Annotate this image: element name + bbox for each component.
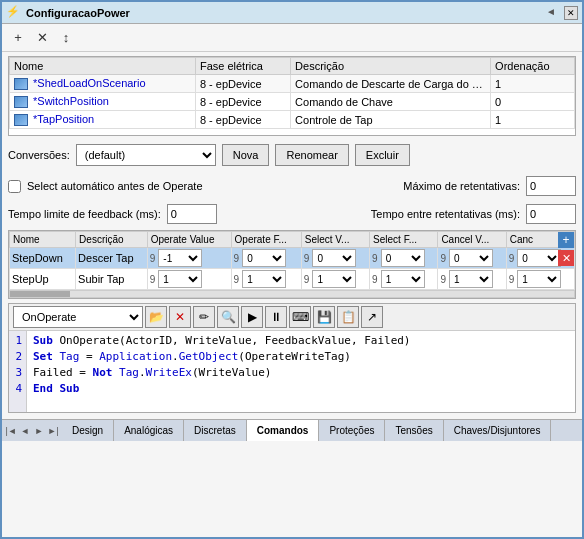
renomear-button[interactable]: Renomear — [275, 144, 348, 166]
main-table: Nome Fase elétrica Descrição Ordenação *… — [9, 57, 575, 129]
tab-list: DesignAnalógicasDiscretasComandosProteçõ… — [62, 420, 551, 441]
main-table-section: Nome Fase elétrica Descrição Ordenação *… — [8, 56, 576, 136]
tab-anal-gicas[interactable]: Analógicas — [114, 420, 184, 441]
operate-col-header: Descrição — [76, 232, 148, 248]
tab-prote--es[interactable]: Proteções — [319, 420, 385, 441]
cell-ordenacao: 1 — [491, 75, 575, 93]
tab-design[interactable]: Design — [62, 420, 114, 441]
tab-tens-es[interactable]: Tensões — [385, 420, 443, 441]
select-auto-label: Select automático antes de Operate — [27, 180, 203, 192]
code-event-select[interactable]: OnOperate — [13, 306, 143, 328]
cell-select-canc[interactable]: 0 — [517, 249, 561, 267]
operate-scrollbar[interactable] — [9, 290, 575, 298]
nav-first[interactable]: |◄ — [4, 424, 18, 438]
operate-table-row[interactable]: StepDownDescer Tap9 -19 09 09 09 09 0 — [10, 248, 575, 269]
select-auto-checkbox[interactable] — [8, 180, 21, 193]
title-bar: ⚡ ConfiguracaoPower ◄ ✕ — [2, 2, 582, 24]
cell-nome: StepDown — [10, 248, 76, 269]
cell-select-canc[interactable]: 1 — [517, 270, 561, 288]
line-number: 4 — [13, 381, 22, 397]
table-row[interactable]: *SwitchPosition 8 - epDevice Comando de … — [10, 93, 575, 111]
cell-nome: *TapPosition — [10, 111, 196, 129]
operate-table-row[interactable]: StepUpSubir Tap9 19 19 19 19 19 1 — [10, 269, 575, 290]
table-row[interactable]: *TapPosition 8 - epDevice Controle de Ta… — [10, 111, 575, 129]
code-more-btn[interactable]: 📋 — [337, 306, 359, 328]
code-find-btn[interactable]: 🔍 — [217, 306, 239, 328]
title-buttons: ◄ ✕ — [540, 6, 578, 20]
cell-select-operate-f[interactable]: 0 — [242, 249, 286, 267]
code-open-btn[interactable]: 📂 — [145, 306, 167, 328]
maximo-label: Máximo de retentativas: — [403, 180, 520, 192]
code-section: OnOperate 📂 ✕ ✏ 🔍 ▶ ⏸ ⌨ 💾 📋 ↗ 1234 Sub O… — [8, 303, 576, 413]
tempo-feedback-input[interactable] — [167, 204, 217, 224]
operate-col-header: Operate Value — [147, 232, 231, 248]
code-edit-btn[interactable]: ✏ — [193, 306, 215, 328]
cell-operate-value: 9 1 — [147, 269, 231, 290]
maximo-input[interactable] — [526, 176, 576, 196]
excluir-button[interactable]: Excluir — [355, 144, 410, 166]
main-toolbar: + ✕ ↕ — [2, 24, 582, 52]
tab-discretas[interactable]: Discretas — [184, 420, 247, 441]
select-auto-group: Select automático antes de Operate — [8, 180, 203, 193]
cell-select-operate-value[interactable]: 1 — [158, 270, 202, 288]
code-export-btn[interactable]: ↗ — [361, 306, 383, 328]
code-delete-btn[interactable]: ✕ — [169, 306, 191, 328]
add-button[interactable]: + — [8, 28, 28, 48]
operate-add-button[interactable]: + — [558, 232, 574, 248]
cell-select-v: 9 1 — [301, 269, 369, 290]
line-number: 3 — [13, 365, 22, 381]
code-stop-btn[interactable]: ⏸ — [265, 306, 287, 328]
table-row[interactable]: *ShedLoadOnScenario 8 - epDevice Comando… — [10, 75, 575, 93]
cell-select-cancel-v[interactable]: 0 — [449, 249, 493, 267]
operate-col-header: Select F... — [370, 232, 438, 248]
func-name: GetObject — [179, 350, 239, 363]
delete-button[interactable]: ✕ — [32, 28, 52, 48]
nav-last[interactable]: ►| — [46, 424, 60, 438]
operate-table: NomeDescriçãoOperate ValueOperate F...Se… — [9, 231, 575, 290]
conversoes-label: Conversões: — [8, 149, 70, 161]
window-title: ConfiguracaoPower — [26, 7, 540, 19]
cell-descricao: Descer Tap — [76, 248, 148, 269]
code-text[interactable]: Sub OnOperate(ActorID, WriteValue, Feedb… — [27, 331, 575, 412]
cell-nome: *SwitchPosition — [10, 93, 196, 111]
func-name: Tag — [60, 350, 80, 363]
operate-col-header: Operate F... — [231, 232, 301, 248]
nova-button[interactable]: Nova — [222, 144, 270, 166]
expand-btn[interactable]: ◄ — [540, 6, 562, 20]
tab-chaves-disjuntores[interactable]: Chaves/Disjuntores — [444, 420, 552, 441]
keyword: Sub — [33, 334, 53, 347]
cell-select-select-f[interactable]: 1 — [381, 270, 425, 288]
nav-prev[interactable]: ◄ — [18, 424, 32, 438]
code-run-btn[interactable]: ▶ — [241, 306, 263, 328]
cell-select-select-f[interactable]: 0 — [381, 249, 425, 267]
operate-delete-button[interactable]: ✕ — [558, 250, 574, 266]
operate-col-header: Select V... — [301, 232, 369, 248]
close-btn[interactable]: ✕ — [564, 6, 578, 20]
sort-button[interactable]: ↕ — [56, 28, 76, 48]
code-save-btn[interactable]: 💾 — [313, 306, 335, 328]
cell-descricao: Comando de Chave — [291, 93, 491, 111]
conversoes-select[interactable]: (default) — [76, 144, 216, 166]
cell-select-f: 9 0 — [370, 248, 438, 269]
col-descricao: Descrição — [291, 58, 491, 75]
cell-cancel-v: 9 0 — [438, 248, 506, 269]
nav-next[interactable]: ► — [32, 424, 46, 438]
cell-select-operate-f[interactable]: 1 — [242, 270, 286, 288]
tempo-feedback-group: Tempo limite de feedback (ms): — [8, 204, 217, 224]
cell-select-operate-value[interactable]: -1 — [158, 249, 202, 267]
cell-select-cancel-v[interactable]: 1 — [449, 270, 493, 288]
bottom-tabs: |◄ ◄ ► ►| DesignAnalógicasDiscretasComan… — [2, 419, 582, 441]
tempo-entre-group: Tempo entre retentativas (ms): — [371, 204, 576, 224]
code-format-btn[interactable]: ⌨ — [289, 306, 311, 328]
cell-descricao: Subir Tap — [76, 269, 148, 290]
tab-comandos[interactable]: Comandos — [247, 420, 320, 441]
cell-select-select-v[interactable]: 1 — [312, 270, 356, 288]
main-window: ⚡ ConfiguracaoPower ◄ ✕ + ✕ ↕ Nome Fase … — [0, 0, 584, 539]
cell-operate-value: 9 -1 — [147, 248, 231, 269]
tempo-entre-input[interactable] — [526, 204, 576, 224]
cell-ordenacao: 0 — [491, 93, 575, 111]
tab-nav: |◄ ◄ ► ►| — [2, 420, 62, 441]
tempo-entre-label: Tempo entre retentativas (ms): — [371, 208, 520, 220]
cell-select-select-v[interactable]: 0 — [312, 249, 356, 267]
maximo-group: Máximo de retentativas: — [403, 176, 576, 196]
